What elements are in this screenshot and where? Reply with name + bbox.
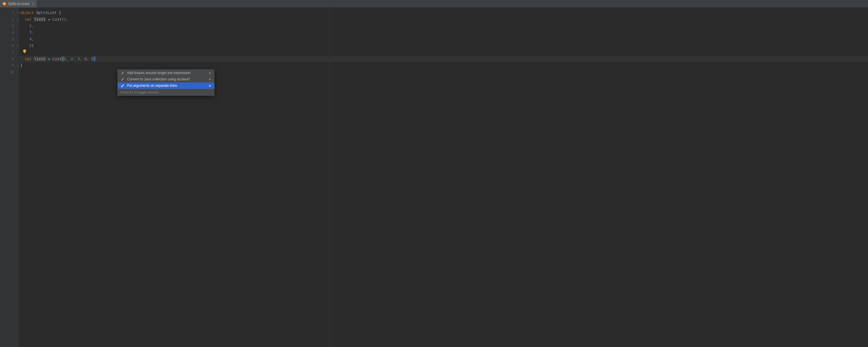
code-line[interactable]: } bbox=[19, 62, 868, 69]
line-number[interactable]: 8 bbox=[2, 56, 19, 62]
gutter: 1⊟ 2⊟ 3 4 5 6⊟ 7 8 9⊟ 10 bbox=[2, 8, 19, 347]
line-number[interactable]: 4 bbox=[2, 29, 19, 36]
chevron-right-icon: ▶ bbox=[209, 78, 211, 81]
code-line-current[interactable]: val list2 = List(1, 2, 3, 4, 5) bbox=[19, 56, 868, 62]
tab-filename: SplitList.scala bbox=[8, 2, 29, 6]
fold-open-icon[interactable]: ⊟ bbox=[16, 11, 19, 14]
intention-item-add-braces[interactable]: Add braces around single line expression… bbox=[118, 70, 214, 76]
chevron-right-icon: ▶ bbox=[209, 71, 211, 74]
intention-label: Add braces around single line expression bbox=[127, 71, 190, 75]
intention-label: Convert to Java collection using asJava? bbox=[127, 77, 190, 81]
line-number[interactable]: 1⊟ bbox=[2, 9, 19, 16]
intention-item-separate-lines[interactable]: Put arguments on separate lines ▶ bbox=[118, 83, 214, 89]
chevron-right-icon: ▶ bbox=[209, 84, 211, 87]
line-number[interactable]: 9⊟ bbox=[2, 62, 19, 69]
code-line[interactable] bbox=[19, 49, 868, 56]
code-area[interactable]: object SplitList { val list1 = List(1, 2… bbox=[19, 8, 868, 347]
edit-icon bbox=[121, 71, 125, 75]
intention-footer-hint: Press F1 to toggle preview bbox=[118, 89, 214, 95]
code-line[interactable]: 2, bbox=[19, 23, 868, 30]
code-line[interactable]: 4, bbox=[19, 36, 868, 42]
line-number[interactable]: 3 bbox=[2, 23, 19, 30]
close-icon[interactable]: × bbox=[31, 1, 34, 6]
fold-open-icon[interactable]: ⊟ bbox=[16, 18, 19, 21]
intention-bulb-icon[interactable] bbox=[23, 49, 27, 53]
code-line[interactable]: val list1 = List(1, bbox=[19, 16, 868, 23]
svg-point-1 bbox=[3, 3, 5, 5]
line-number[interactable]: 6⊟ bbox=[2, 42, 19, 49]
edit-icon bbox=[121, 84, 125, 88]
line-number[interactable]: 10 bbox=[2, 69, 19, 75]
editor: 1⊟ 2⊟ 3 4 5 6⊟ 7 8 9⊟ 10 object SplitLis… bbox=[0, 8, 868, 347]
fold-close-icon[interactable]: ⊟ bbox=[16, 64, 19, 67]
scala-file-icon bbox=[2, 2, 6, 6]
line-number[interactable]: 7 bbox=[2, 49, 19, 56]
fold-close-icon[interactable]: ⊟ bbox=[16, 44, 19, 47]
intention-item-convert-java[interactable]: Convert to Java collection using asJava?… bbox=[118, 76, 214, 83]
svg-rect-2 bbox=[24, 53, 25, 53]
code-line[interactable]: 3, bbox=[19, 29, 868, 36]
intention-actions-popup: Add braces around single line expression… bbox=[118, 69, 214, 96]
code-line[interactable]: 5) bbox=[19, 42, 868, 49]
line-number[interactable]: 2⊟ bbox=[2, 16, 19, 23]
edit-icon bbox=[121, 77, 125, 81]
line-number[interactable]: 5 bbox=[2, 36, 19, 42]
file-tab[interactable]: SplitList.scala × bbox=[0, 0, 37, 7]
intention-label: Put arguments on separate lines bbox=[127, 84, 177, 88]
tab-bar: SplitList.scala × bbox=[0, 0, 868, 8]
code-line[interactable]: object SplitList { bbox=[19, 9, 868, 16]
